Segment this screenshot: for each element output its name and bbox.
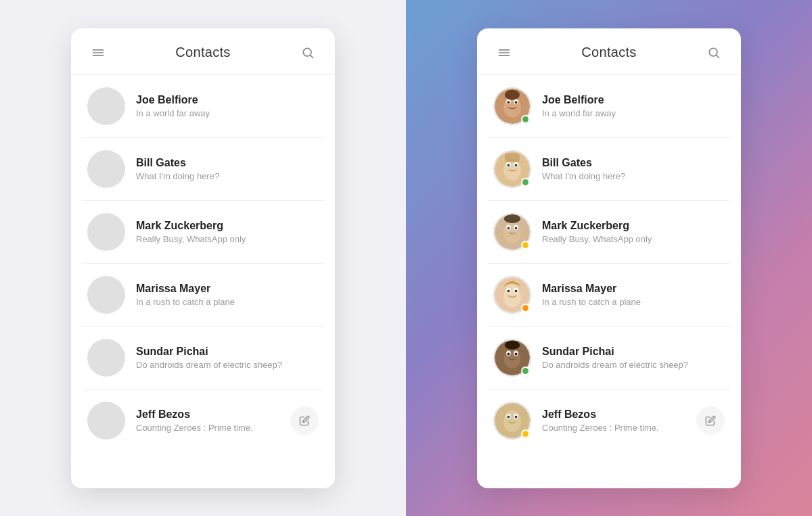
svg-point-40 xyxy=(515,289,518,292)
contact-name: Jeff Bezos xyxy=(542,408,691,421)
svg-point-17 xyxy=(505,89,520,99)
menu-icon-right[interactable] xyxy=(493,42,515,64)
contact-name: Sundar Pichai xyxy=(136,346,319,358)
search-icon-left[interactable] xyxy=(297,42,319,64)
edit-button[interactable] xyxy=(290,406,319,435)
avatar-wrapper xyxy=(87,402,125,440)
contact-item[interactable]: Sundar PichaiDo androids dream of electr… xyxy=(488,327,730,390)
avatar-placeholder xyxy=(87,213,125,251)
contacts-card-left: Contacts Joe BelfioreIn a world far away… xyxy=(71,28,335,488)
contact-status: Do androids dream of electric sheep? xyxy=(542,360,725,370)
contact-status: In a rush to catch a plane xyxy=(542,297,725,307)
left-panel: Contacts Joe BelfioreIn a world far away… xyxy=(0,0,406,516)
contact-name: Bill Gates xyxy=(136,157,319,169)
avatar-placeholder xyxy=(87,339,125,377)
contact-list-right: Joe BelfioreIn a world far away Bill Gat… xyxy=(477,75,741,488)
svg-point-16 xyxy=(515,101,518,103)
contact-name: Jeff Bezos xyxy=(136,408,285,421)
contact-status: Counting Zeroes : Prime time. xyxy=(136,423,285,433)
contact-status: Counting Zeroes : Prime time. xyxy=(542,423,691,433)
contact-item[interactable]: Jeff BezosCounting Zeroes : Prime time. xyxy=(82,390,324,452)
contact-name: Sundar Pichai xyxy=(542,346,725,358)
svg-point-31 xyxy=(508,227,510,229)
avatar-wrapper xyxy=(493,87,531,125)
avatar-wrapper xyxy=(87,339,125,377)
contact-name: Bill Gates xyxy=(542,157,725,169)
contact-info: Mark ZuckerbergReally Busy, WhatsApp onl… xyxy=(136,220,319,244)
svg-point-32 xyxy=(515,227,518,229)
contact-info: Joe BelfioreIn a world far away xyxy=(136,94,319,118)
avatar-wrapper xyxy=(87,276,125,314)
status-dot xyxy=(521,178,530,187)
svg-point-47 xyxy=(515,352,518,355)
contact-item[interactable]: Mark ZuckerbergReally Busy, WhatsApp onl… xyxy=(82,201,324,264)
svg-point-55 xyxy=(515,415,518,418)
contact-item[interactable]: Jeff BezosCounting Zeroes : Prime time. xyxy=(488,390,730,452)
avatar-wrapper xyxy=(87,87,125,125)
contact-item[interactable]: Sundar PichaiDo androids dream of electr… xyxy=(82,327,324,390)
card-header-right: Contacts xyxy=(477,28,741,75)
contact-status: What I'm doing here? xyxy=(542,171,725,181)
contact-status: Really Busy, WhatsApp only xyxy=(136,234,319,244)
contact-item[interactable]: Marissa MayerIn a rush to catch a plane xyxy=(82,264,324,327)
svg-line-9 xyxy=(717,55,719,57)
contact-item[interactable]: Joe BelfioreIn a world far away xyxy=(82,75,324,138)
contact-item[interactable]: Bill GatesWhat I'm doing here? xyxy=(488,138,730,201)
contact-info: Joe BelfioreIn a world far away xyxy=(542,94,725,118)
edit-button[interactable] xyxy=(696,406,725,435)
contact-status: What I'm doing here? xyxy=(136,171,319,181)
contact-list-left: Joe BelfioreIn a world far awayBill Gate… xyxy=(71,75,335,488)
contact-status: In a world far away xyxy=(136,108,319,118)
contact-info: Marissa MayerIn a rush to catch a plane xyxy=(136,283,319,307)
contact-info: Sundar PichaiDo androids dream of electr… xyxy=(542,346,725,370)
avatar-placeholder xyxy=(87,402,125,440)
status-dot xyxy=(521,367,530,375)
contact-item[interactable]: Bill GatesWhat I'm doing here? xyxy=(82,138,324,201)
avatar-wrapper xyxy=(493,276,531,314)
contact-info: Mark ZuckerbergReally Busy, WhatsApp onl… xyxy=(542,220,725,244)
contact-name: Marissa Mayer xyxy=(136,283,319,295)
contact-info: Marissa MayerIn a rush to catch a plane xyxy=(542,283,725,307)
search-icon-right[interactable] xyxy=(703,42,725,64)
svg-line-4 xyxy=(311,55,313,57)
avatar-placeholder xyxy=(87,150,125,188)
contact-name: Mark Zuckerberg xyxy=(136,220,319,232)
contact-info: Jeff BezosCounting Zeroes : Prime time. xyxy=(136,408,285,433)
menu-icon-left[interactable] xyxy=(87,42,109,64)
contact-item[interactable]: Joe BelfioreIn a world far away xyxy=(488,75,730,138)
app-title-right: Contacts xyxy=(581,45,636,60)
contact-status: Really Busy, WhatsApp only xyxy=(542,234,725,244)
contact-info: Jeff BezosCounting Zeroes : Prime time. xyxy=(542,408,691,433)
svg-rect-25 xyxy=(505,153,520,162)
contact-info: Sundar PichaiDo androids dream of electr… xyxy=(136,346,319,370)
avatar-wrapper xyxy=(493,339,531,377)
svg-point-15 xyxy=(508,101,510,103)
avatar-wrapper xyxy=(87,150,125,188)
contact-status: In a rush to catch a plane xyxy=(136,297,319,307)
app-title-left: Contacts xyxy=(175,45,230,60)
contact-info: Bill GatesWhat I'm doing here? xyxy=(136,157,319,181)
contact-item[interactable]: Mark ZuckerbergReally Busy, WhatsApp onl… xyxy=(488,201,730,264)
svg-point-33 xyxy=(504,214,520,223)
avatar-placeholder xyxy=(87,276,125,314)
contact-status: Do androids dream of electric sheep? xyxy=(136,360,319,370)
contact-name: Joe Belfiore xyxy=(542,94,725,106)
avatar-placeholder xyxy=(87,87,125,125)
contact-name: Marissa Mayer xyxy=(542,283,725,295)
contact-item[interactable]: Marissa MayerIn a rush to catch a plane xyxy=(488,264,730,327)
svg-point-39 xyxy=(508,289,510,292)
status-dot xyxy=(521,241,530,250)
svg-point-54 xyxy=(508,415,510,418)
avatar-wrapper xyxy=(493,150,531,188)
contacts-card-right: Contacts Joe BelfioreIn a world far away xyxy=(477,28,741,488)
right-panel: Contacts Joe BelfioreIn a world far away xyxy=(406,0,812,516)
avatar-wrapper xyxy=(493,402,531,440)
card-header-left: Contacts xyxy=(71,28,335,75)
contact-status: In a world far away xyxy=(542,108,725,118)
contact-name: Joe Belfiore xyxy=(136,94,319,106)
svg-point-48 xyxy=(505,340,520,349)
contact-name: Mark Zuckerberg xyxy=(542,220,725,232)
svg-point-46 xyxy=(508,352,510,355)
status-dot xyxy=(521,115,530,124)
svg-point-24 xyxy=(515,164,518,166)
